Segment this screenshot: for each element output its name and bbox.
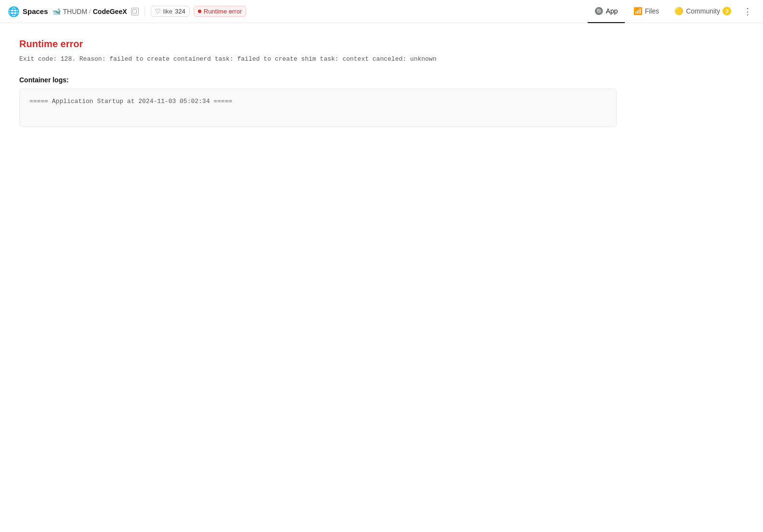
tab-app[interactable]: 🔘 App xyxy=(588,0,625,23)
app-icon: 🔘 xyxy=(594,7,604,15)
files-icon: 📶 xyxy=(633,7,643,15)
like-count: 324 xyxy=(175,8,185,15)
nav-divider xyxy=(145,7,145,16)
like-label: like xyxy=(163,8,173,15)
more-options-button[interactable]: ⋮ xyxy=(740,4,755,19)
more-icon: ⋮ xyxy=(743,6,752,17)
header-left: 🌐 Spaces 🐋 THUDM / CodeGeeX ♡ like 324 R… xyxy=(8,6,246,17)
org-link[interactable]: THUDM xyxy=(63,8,88,15)
error-message: Exit code: 128. Reason: failed to create… xyxy=(19,54,597,65)
status-badge: Runtime error xyxy=(194,6,246,17)
breadcrumb-separator: / xyxy=(89,8,91,15)
log-content: ===== Application Startup at 2024-11-03 … xyxy=(29,97,606,106)
tab-files[interactable]: 📶 Files xyxy=(627,0,666,23)
log-box: ===== Application Startup at 2024-11-03 … xyxy=(19,89,617,127)
header: 🌐 Spaces 🐋 THUDM / CodeGeeX ♡ like 324 R… xyxy=(0,0,763,23)
community-icon: 🟡 xyxy=(674,7,684,15)
spaces-label: Spaces xyxy=(23,7,48,15)
header-right: 🔘 App 📶 Files 🟡 Community 3 ⋮ xyxy=(588,0,755,23)
status-label: Runtime error xyxy=(204,8,242,15)
repo-name[interactable]: CodeGeeX xyxy=(93,8,127,15)
community-count-badge: 3 xyxy=(723,7,731,15)
spaces-logo[interactable]: 🌐 Spaces xyxy=(8,6,48,17)
error-title: Runtime error xyxy=(19,39,597,50)
breadcrumb-org: 🐋 THUDM xyxy=(52,7,88,16)
like-button[interactable]: ♡ like 324 xyxy=(151,6,190,17)
org-emoji-icon: 🐋 xyxy=(52,7,61,16)
main-content: Runtime error Exit code: 128. Reason: fa… xyxy=(0,23,617,143)
community-label: Community xyxy=(686,7,720,15)
heart-icon: ♡ xyxy=(155,8,161,15)
files-label: Files xyxy=(645,7,659,15)
status-dot-icon xyxy=(198,10,201,13)
spaces-emoji-icon: 🌐 xyxy=(8,6,20,17)
app-label: App xyxy=(606,7,618,15)
container-logs-label: Container logs: xyxy=(19,76,597,84)
tab-community[interactable]: 🟡 Community 3 xyxy=(668,0,738,23)
breadcrumb: 🐋 THUDM / CodeGeeX xyxy=(52,7,139,16)
duplicate-icon[interactable] xyxy=(131,8,139,15)
